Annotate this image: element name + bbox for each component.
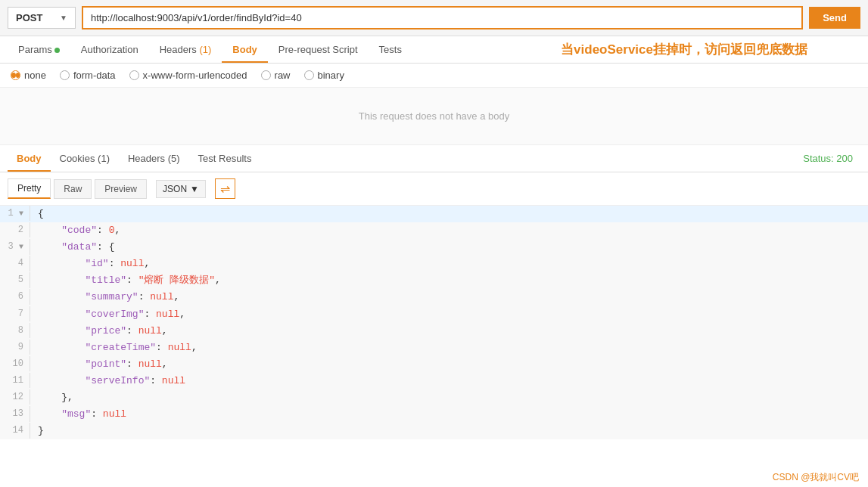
tab-params[interactable]: Params: [8, 36, 70, 63]
tab-pre-request[interactable]: Pre-request Script: [268, 36, 369, 63]
params-dot: [54, 48, 60, 53]
code-line: 13 "msg": null: [0, 406, 868, 423]
url-bar: POST ▼ Send: [0, 0, 868, 36]
code-line: 14}: [0, 423, 868, 439]
radio-form-data-circle: [60, 70, 70, 80]
code-line: 8 "price": null,: [0, 323, 868, 340]
annotation-text: 当videoService挂掉时，访问返回兜底数据: [561, 41, 807, 58]
radio-urlencoded[interactable]: x-www-form-urlencoded: [129, 70, 247, 81]
code-line: 4 "id": null,: [0, 256, 868, 272]
radio-raw-circle: [261, 70, 271, 80]
response-tab-headers[interactable]: Headers (5): [119, 145, 189, 172]
status-info: Status: 200: [803, 153, 860, 164]
radio-binary-circle: [304, 70, 314, 80]
response-tab-cookies[interactable]: Cookies (1): [51, 145, 119, 172]
raw-button[interactable]: Raw: [54, 179, 92, 199]
code-line: 1 ▼{: [0, 206, 868, 222]
radio-binary[interactable]: binary: [304, 70, 344, 81]
method-label: POST: [16, 12, 42, 23]
chevron-down-icon: ▼: [60, 14, 67, 22]
radio-form-data[interactable]: form-data: [60, 70, 116, 81]
body-type-row: none form-data x-www-form-urlencoded raw…: [0, 64, 868, 88]
code-area: 1 ▼{2 "code": 0,3 ▼ "data": {4 "id": nul…: [0, 206, 868, 439]
code-line: 12 },: [0, 389, 868, 406]
wrap-icon[interactable]: ⇌: [215, 178, 235, 199]
url-input[interactable]: [82, 6, 803, 29]
pretty-button[interactable]: Pretty: [8, 178, 51, 199]
response-tabs-row: Body Cookies (1) Headers (5) Test Result…: [0, 145, 868, 172]
code-line: 9 "createTime": null,: [0, 340, 868, 356]
method-select[interactable]: POST ▼: [8, 7, 76, 29]
no-body-message: This request does not have a body: [0, 88, 868, 145]
chevron-down-icon: ▼: [190, 184, 199, 194]
code-line: 5 "title": "熔断 降级数据",: [0, 272, 868, 289]
code-line: 10 "point": null,: [0, 356, 868, 373]
format-bar: Pretty Raw Preview JSON ▼ ⇌: [0, 172, 868, 206]
code-line: 6 "summary": null,: [0, 289, 868, 306]
request-tabs-row: Params Authorization Headers (1) Body Pr…: [0, 36, 868, 64]
radio-urlencoded-circle: [129, 70, 139, 80]
code-line: 11 "serveInfo": null: [0, 373, 868, 389]
response-tab-test-results[interactable]: Test Results: [189, 145, 261, 172]
tab-body[interactable]: Body: [222, 36, 268, 63]
send-button[interactable]: Send: [809, 7, 860, 29]
radio-raw[interactable]: raw: [261, 70, 291, 81]
code-line: 3 ▼ "data": {: [0, 239, 868, 256]
code-line: 7 "coverImg": null,: [0, 306, 868, 323]
format-select[interactable]: JSON ▼: [156, 180, 206, 198]
tab-tests[interactable]: Tests: [369, 36, 412, 63]
response-tab-body[interactable]: Body: [8, 145, 51, 172]
preview-button[interactable]: Preview: [95, 179, 147, 199]
radio-none-circle: [11, 70, 20, 80]
radio-none[interactable]: none: [11, 70, 46, 81]
code-line: 2 "code": 0,: [0, 222, 868, 239]
tab-headers[interactable]: Headers (1): [149, 36, 222, 63]
tab-authorization[interactable]: Authorization: [70, 36, 149, 63]
